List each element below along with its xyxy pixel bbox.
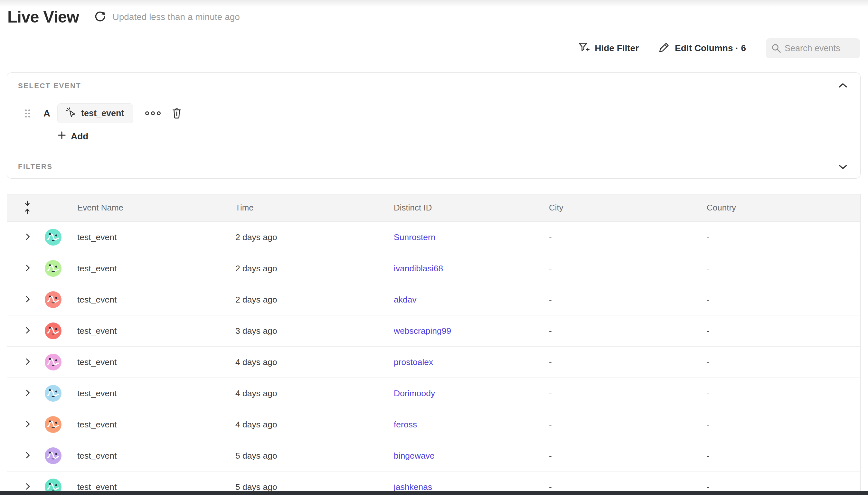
refresh-icon xyxy=(94,10,106,24)
expand-row-button[interactable] xyxy=(25,358,30,366)
time-cell: 3 days ago xyxy=(226,326,385,336)
event-name-cell: test_event xyxy=(68,482,226,492)
table-row[interactable]: test_event 5 days ago bingewave - - xyxy=(7,440,860,471)
city-cell: - xyxy=(540,295,698,305)
event-pill-label: test_event xyxy=(81,108,124,118)
table-row[interactable]: test_event 2 days ago Sunrostern - - xyxy=(7,221,860,253)
city-cell: - xyxy=(540,326,698,336)
search-box xyxy=(766,38,860,58)
expand-row-button[interactable] xyxy=(25,389,30,397)
expand-row-button[interactable] xyxy=(25,295,30,304)
city-cell: - xyxy=(540,451,698,461)
distinct-id-link[interactable]: webscraping99 xyxy=(394,326,451,336)
expand-row-button[interactable] xyxy=(25,451,30,460)
chevron-down-icon xyxy=(838,166,847,171)
add-event-button[interactable]: Add xyxy=(57,131,88,142)
chevron-right-icon xyxy=(25,358,30,366)
city-cell: - xyxy=(540,263,698,274)
refresh-button[interactable] xyxy=(93,10,107,24)
hide-filter-button[interactable]: Hide Filter xyxy=(578,41,639,55)
distinct-id-link[interactable]: prostoalex xyxy=(394,357,433,367)
column-header-time: Time xyxy=(226,203,385,213)
event-name-cell: test_event xyxy=(68,233,226,242)
edit-columns-label: Edit Columns · 6 xyxy=(675,43,746,53)
column-header-city: City xyxy=(540,203,698,213)
chevron-right-icon xyxy=(25,420,30,429)
event-select-pill[interactable]: test_event xyxy=(57,103,133,123)
toolbar: Hide Filter Edit Columns · 6 xyxy=(578,38,860,58)
cursor-click-icon xyxy=(66,107,76,120)
avatar xyxy=(45,354,62,371)
expand-row-button[interactable] xyxy=(25,233,30,241)
time-cell: 2 days ago xyxy=(226,295,385,305)
time-cell: 2 days ago xyxy=(226,233,385,242)
country-cell: - xyxy=(698,233,860,242)
time-cell: 5 days ago xyxy=(226,482,385,492)
event-name-cell: test_event xyxy=(68,451,226,461)
chevron-right-icon xyxy=(25,264,30,273)
filters-section: FILTERS xyxy=(7,155,860,178)
time-cell: 4 days ago xyxy=(226,389,385,398)
distinct-id-link[interactable]: akdav xyxy=(394,295,416,305)
city-cell: - xyxy=(540,482,698,492)
event-name-cell: test_event xyxy=(68,357,226,367)
pencil-icon xyxy=(659,42,670,55)
event-name-cell: test_event xyxy=(68,295,226,305)
expand-row-button[interactable] xyxy=(25,420,30,429)
distinct-id-link[interactable]: feross xyxy=(394,420,417,429)
page-header: Live View Updated less than a minute ago xyxy=(7,8,240,27)
column-header-event-name: Event Name xyxy=(68,203,226,213)
top-gradient-band xyxy=(0,0,868,7)
column-header-distinct-id: Distinct ID xyxy=(385,203,540,213)
time-cell: 2 days ago xyxy=(226,263,385,274)
distinct-id-link[interactable]: Sunrostern xyxy=(394,233,436,242)
expand-filters-button[interactable] xyxy=(838,164,847,171)
distinct-id-link[interactable]: ivandiblasi68 xyxy=(394,263,443,273)
country-cell: - xyxy=(698,326,860,336)
avatar xyxy=(45,260,62,277)
more-options-button[interactable] xyxy=(143,109,163,117)
table-row[interactable]: test_event 4 days ago feross - - xyxy=(7,409,860,440)
bottom-edge-bar xyxy=(0,491,868,495)
city-cell: - xyxy=(540,420,698,430)
expand-row-button[interactable] xyxy=(25,483,30,491)
plus-icon xyxy=(57,131,66,142)
table-row[interactable]: test_event 2 days ago ivandiblasi68 - - xyxy=(7,253,860,284)
edit-columns-button[interactable]: Edit Columns · 6 xyxy=(659,42,746,55)
table-row[interactable]: test_event 3 days ago webscraping99 - - xyxy=(7,315,860,346)
collapse-section-button[interactable] xyxy=(838,82,847,89)
last-updated-text: Updated less than a minute ago xyxy=(112,12,240,22)
event-name-cell: test_event xyxy=(68,389,226,398)
distinct-id-link[interactable]: jashkenas xyxy=(394,482,432,492)
hide-filter-label: Hide Filter xyxy=(595,43,639,53)
delete-event-button[interactable] xyxy=(171,107,183,120)
chevron-right-icon xyxy=(25,327,30,335)
country-cell: - xyxy=(698,263,860,274)
table-row[interactable]: test_event 4 days ago prostoalex - - xyxy=(7,346,860,377)
chevron-right-icon xyxy=(25,233,30,241)
event-name-cell: test_event xyxy=(68,326,226,336)
column-header-country: Country xyxy=(698,203,860,213)
avatar xyxy=(45,416,62,433)
country-cell: - xyxy=(698,451,860,461)
distinct-id-link[interactable]: bingewave xyxy=(394,451,435,461)
distinct-id-link[interactable]: Dorimoody xyxy=(394,389,435,398)
page-title: Live View xyxy=(7,8,79,27)
table-row[interactable]: test_event 4 days ago Dorimoody - - xyxy=(7,377,860,409)
chevron-right-icon xyxy=(25,451,30,460)
table-row[interactable]: test_event 2 days ago akdav - - xyxy=(7,284,860,315)
drag-handle-icon[interactable] xyxy=(25,109,30,118)
event-name-cell: test_event xyxy=(68,263,226,274)
select-event-label: SELECT EVENT xyxy=(18,82,860,90)
time-cell: 5 days ago xyxy=(226,451,385,461)
chevron-right-icon xyxy=(25,295,30,304)
collapse-all-button[interactable] xyxy=(23,200,32,216)
expand-row-button[interactable] xyxy=(25,264,30,273)
query-builder-panel: SELECT EVENT A test_event xyxy=(7,72,861,178)
expand-row-button[interactable] xyxy=(25,327,30,335)
time-cell: 4 days ago xyxy=(226,357,385,367)
avatar xyxy=(45,323,62,339)
event-name-cell: test_event xyxy=(68,420,226,430)
filters-label: FILTERS xyxy=(18,163,53,171)
trash-icon xyxy=(171,115,183,120)
